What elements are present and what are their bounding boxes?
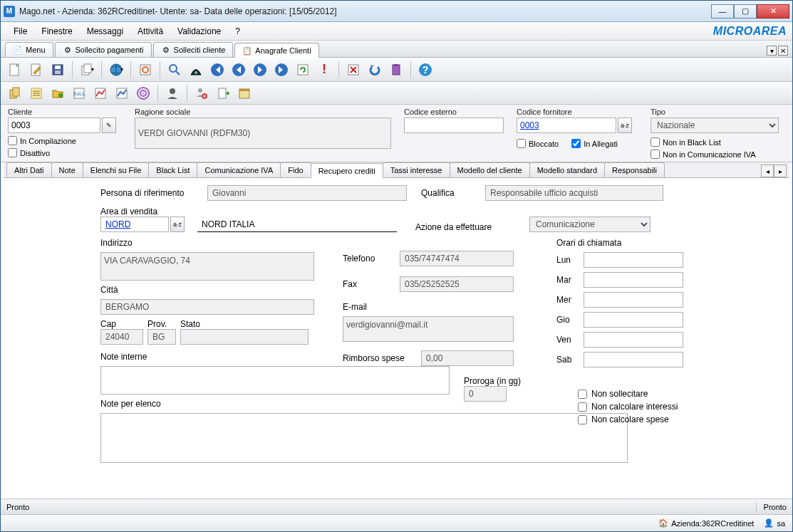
cliente-edit-icon[interactable]: ✎	[102, 118, 116, 133]
globe-button[interactable]: ▾	[106, 60, 126, 80]
in-compilazione-checkbox[interactable]	[8, 136, 17, 145]
edit-button[interactable]	[26, 60, 46, 80]
tab-sollecito-pagamenti[interactable]: ⚙ Sollecito pagamenti	[55, 42, 152, 57]
non-interessi-checkbox[interactable]	[578, 402, 587, 412]
folder-button[interactable]	[48, 83, 68, 103]
copy-doc-button[interactable]	[5, 83, 25, 103]
list-button[interactable]	[26, 83, 46, 103]
soll-button[interactable]: SoLL	[69, 83, 89, 103]
disattivo-checkbox[interactable]	[8, 148, 17, 157]
in-allegati-checkbox[interactable]	[571, 139, 581, 148]
indirizzo-input[interactable]	[100, 252, 314, 281]
non-black-checkbox[interactable]	[651, 137, 660, 147]
persona-rif-input[interactable]	[207, 185, 407, 201]
menu-file[interactable]: File	[6, 24, 34, 39]
user-icon: 👤	[764, 518, 774, 528]
cap-input[interactable]	[100, 329, 143, 345]
menu-messaggi[interactable]: Messaggi	[80, 24, 130, 39]
prov-input[interactable]	[147, 329, 176, 345]
radar-button[interactable]	[186, 60, 206, 80]
chart-button-1[interactable]	[90, 83, 110, 103]
orari-lun-input[interactable]	[584, 252, 683, 268]
orari-mer-input[interactable]	[584, 292, 683, 308]
codice-esterno-input[interactable]	[404, 118, 504, 133]
tab-modello-standard[interactable]: Modello standard	[529, 162, 605, 177]
tab-scroll-left-icon[interactable]: ◂	[761, 165, 774, 177]
maximize-button[interactable]: ▢	[734, 4, 757, 19]
menu-help[interactable]: ?	[228, 24, 247, 39]
tipo-select[interactable]: Nazionale	[651, 118, 779, 133]
codice-fornitore-input[interactable]	[517, 118, 616, 133]
menu-validazione[interactable]: Validazione	[170, 24, 228, 39]
tab-responsabili[interactable]: Responsabili	[604, 162, 665, 177]
azione-select[interactable]: Comunicazione	[529, 217, 651, 232]
svg-text:?: ?	[423, 64, 429, 75]
fax-input[interactable]	[400, 276, 514, 292]
rimborso-input[interactable]	[421, 350, 514, 366]
area-vendita-lookup-icon[interactable]: a·z	[170, 217, 185, 232]
stato-input[interactable]	[180, 329, 309, 345]
codice-fornitore-lookup-icon[interactable]: a·z	[618, 118, 632, 133]
export-button[interactable]	[213, 83, 233, 103]
note-elenco-input[interactable]	[100, 413, 628, 463]
orari-gio-input[interactable]	[584, 312, 683, 328]
cliente-input[interactable]	[8, 118, 100, 133]
help-button[interactable]: ?	[415, 60, 435, 80]
orari-ven-input[interactable]	[584, 332, 683, 348]
settings-button[interactable]	[135, 60, 155, 80]
orari-mar-input[interactable]	[584, 272, 683, 288]
nav-last-button[interactable]	[271, 60, 291, 80]
ragione-input[interactable]	[135, 118, 391, 149]
tab-tassi[interactable]: Tassi interesse	[383, 162, 450, 177]
user-cancel-button[interactable]	[192, 83, 212, 103]
menu-finestre[interactable]: Finestre	[34, 24, 79, 39]
tab-modello-cliente[interactable]: Modello del cliente	[450, 162, 530, 177]
area-vendita-code-input[interactable]	[100, 217, 169, 232]
nav-prev-button[interactable]	[229, 60, 249, 80]
orari-sab-input[interactable]	[584, 352, 683, 367]
tab-fido[interactable]: Fido	[280, 162, 311, 177]
tipo-label: Tipo	[651, 108, 779, 116]
tab-elenchi[interactable]: Elenchi su File	[83, 162, 150, 177]
tab-note[interactable]: Note	[51, 162, 83, 177]
non-sollecitare-checkbox[interactable]	[578, 390, 587, 399]
refresh-button[interactable]	[293, 60, 313, 80]
nav-first-button[interactable]	[207, 60, 227, 80]
user-button[interactable]	[162, 83, 182, 103]
non-spese-checkbox[interactable]	[578, 415, 587, 424]
copy-button[interactable]: ▾	[77, 60, 97, 80]
tab-altri-dati[interactable]: Altri Dati	[6, 162, 52, 177]
tab-solleciti-cliente[interactable]: ⚙ Solleciti cliente	[153, 42, 234, 57]
tab-recupero-crediti[interactable]: Recupero crediti	[311, 163, 383, 178]
save-button[interactable]	[48, 60, 68, 80]
chart-button-2[interactable]	[112, 83, 132, 103]
email-input[interactable]	[343, 316, 514, 342]
svg-point-39	[170, 88, 175, 94]
close-button[interactable]: ✕	[757, 4, 789, 19]
calendar-button[interactable]	[234, 83, 254, 103]
tab-dropdown-icon[interactable]: ▾	[767, 46, 777, 56]
tab-menu[interactable]: 📄 Menu	[5, 42, 53, 57]
search-button[interactable]	[165, 60, 185, 80]
proroga-input[interactable]	[464, 386, 507, 402]
delete-button[interactable]	[343, 60, 363, 80]
clipboard-button[interactable]	[386, 60, 406, 80]
citta-input[interactable]	[100, 299, 314, 315]
telefono-input[interactable]	[400, 251, 514, 266]
menu-attivita[interactable]: Attività	[130, 24, 170, 39]
bloccato-checkbox[interactable]	[517, 139, 526, 148]
alert-button[interactable]: !	[314, 60, 334, 80]
qualifica-input[interactable]	[485, 185, 663, 201]
nav-next-button[interactable]	[250, 60, 270, 80]
tab-com-iva[interactable]: Comunicazione IVA	[197, 162, 281, 177]
tab-blacklist[interactable]: Black List	[148, 162, 197, 177]
undo-button[interactable]	[365, 60, 385, 80]
minimize-button[interactable]: —	[711, 4, 734, 19]
new-button[interactable]	[5, 60, 25, 80]
tab-anagrafe-clienti[interactable]: 📋 Anagrafe Clienti	[234, 43, 318, 58]
area-vendita-desc-input[interactable]	[197, 217, 397, 232]
tab-scroll-right-icon[interactable]: ▸	[774, 165, 787, 177]
non-com-iva-checkbox[interactable]	[651, 150, 660, 159]
tab-close-icon[interactable]: ✕	[778, 46, 788, 56]
target-button[interactable]	[133, 83, 153, 103]
